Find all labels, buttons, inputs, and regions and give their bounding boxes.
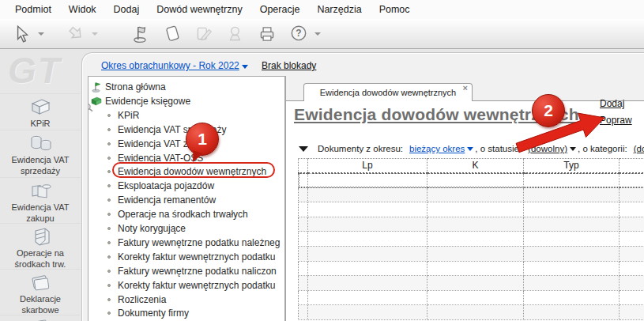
send-button[interactable] [60, 21, 92, 47]
tree-item-ewidencja-remanentow[interactable]: Ewidencja remanentów [89, 193, 285, 207]
tab-ewidencja-dowodow-wewnetrznych[interactable]: Ewidencja dowodów wewnętrznych × [303, 83, 473, 102]
toolbar: ? [0, 19, 644, 49]
tree-item-faktury-wewnetrzne-naleznego[interactable]: Faktury wewnętrzne podatku należneg [89, 236, 285, 250]
sidebar-item-partial[interactable] [0, 315, 81, 321]
dodaj-link[interactable]: Dodaj [600, 98, 632, 109]
page-title-label: Ewidencja dowodów wewnętrznych [294, 105, 579, 123]
tree-item-label: Ewidencja remanentów [118, 194, 216, 206]
tree-item-ewidencja-vat-sprzedazy[interactable]: Ewidencja VAT sprzedaży [89, 123, 285, 137]
table-row[interactable] [299, 246, 644, 261]
tree-item-korekty-faktur-naleznego[interactable]: Korekty faktur wewnętrznych podatku [89, 250, 285, 264]
menu-bar: Podmiot Widok Dodaj Dowód wewnętrzny Ope… [0, 0, 644, 19]
period-caret-icon [242, 65, 248, 69]
sidebar-label: Ewidencja VAT [0, 202, 81, 212]
tree-item-label: Operacje na środkach trwałych [118, 209, 248, 220]
tree-item-label: Dokumenty firmy [118, 308, 189, 319]
column-header-marker[interactable] [299, 159, 308, 173]
home-flag-icon [91, 81, 102, 93]
menu-pomoc[interactable]: Pomoc [371, 0, 419, 19]
svg-text:?: ? [296, 28, 301, 39]
menu-dodaj[interactable]: Dodaj [105, 0, 149, 19]
sidebar-item-kpir[interactable]: KPiR [0, 93, 81, 128]
panel-pin-icon[interactable] [88, 102, 95, 115]
vat-sales-coins-icon [26, 133, 55, 153]
tree-item-strona-glowna[interactable]: Strona główna [89, 80, 285, 94]
period-filter-value[interactable]: bieżący okres [409, 144, 465, 153]
send-caret-icon[interactable] [92, 32, 98, 36]
period-filter-caret-icon[interactable] [467, 147, 473, 151]
tax-declarations-docs-icon [26, 272, 55, 293]
tree-item-eksploatacja-pojazdow[interactable]: Eksploatacja pojazdów [89, 179, 285, 193]
filter-row: Dokumenty z okresu: bieżący okres , o st… [299, 144, 644, 153]
table-row[interactable] [299, 276, 644, 291]
filter-dropdown-icon[interactable] [299, 146, 308, 152]
bullet-icon [107, 312, 111, 315]
sidebar-item-ewidencja-vat-sprzedazy[interactable]: Ewidencja VAT sprzedaży [0, 130, 81, 176]
table-row[interactable] [299, 261, 644, 276]
new-document-button[interactable] [156, 21, 188, 47]
menu-widok[interactable]: Widok [60, 0, 105, 19]
bullet-icon [107, 255, 111, 259]
column-header-lp[interactable]: Lp [308, 159, 427, 173]
menu-podmiot[interactable]: Podmiot [6, 0, 60, 19]
column-header-typ[interactable]: Typ [524, 159, 620, 173]
tree-item-rozliczenia[interactable]: Rozliczenia [89, 293, 285, 307]
bullet-icon [107, 298, 111, 301]
popraw-link[interactable]: Popraw [600, 115, 632, 126]
tree-item-ewidencja-vat-zakupu[interactable]: Ewidencja VAT zakupu [89, 137, 285, 151]
table-row[interactable] [299, 187, 644, 202]
status-filter-caret-icon[interactable] [570, 147, 576, 151]
edit-button[interactable] [188, 21, 220, 47]
sidebar-label: zakupu [0, 213, 81, 223]
tree-item-operacje-na-srodkach-trwalych[interactable]: Operacje na środkach trwałych [89, 207, 285, 221]
column-header-extra[interactable] [620, 159, 644, 173]
sidebar-item-ewidencja-vat-zakupu[interactable]: Ewidencja VAT zakupu [0, 177, 81, 223]
status-filter-value[interactable]: (dowolny) [528, 144, 567, 153]
bullet-icon [107, 128, 111, 131]
tree-item-korekty-faktur-naliczonego[interactable]: Korekty faktur wewnętrznych podatku [89, 278, 285, 293]
print-button[interactable] [251, 21, 283, 47]
tree-item-label: Ewidencja VAT zakupu [118, 138, 213, 149]
tree-item-label: Strona główna [105, 81, 166, 93]
flag-button[interactable] [125, 21, 156, 47]
partial-bottom-icon [26, 318, 55, 321]
tree-item-dokumenty-firmy[interactable]: Dokumenty firmy [89, 306, 285, 320]
tree-item-noty-korygujace[interactable]: Noty korygujące [89, 221, 285, 236]
tree-item-kpir[interactable]: KPiR [89, 108, 285, 123]
tab-close-icon[interactable]: × [463, 83, 468, 93]
tree-item-label: Ewidencja VAT-OSS [118, 153, 203, 164]
table-row[interactable] [299, 217, 644, 232]
menu-narzedzia[interactable]: Narzędzia [308, 0, 370, 19]
title-dropdown-icon[interactable] [583, 115, 591, 120]
page-title[interactable]: Ewidencja dowodów wewnętrznych [294, 105, 591, 124]
tree-item-faktury-wewnetrzne-naliczonego[interactable]: Faktury wewnętrzne podatku naliczon [89, 264, 285, 278]
tree-item-label: Faktury wewnętrzne podatku należneg [118, 237, 280, 248]
shortcut-sidebar: GT KPiR Ewidencja VAT sprzedaży [0, 49, 81, 321]
select-button[interactable] [6, 21, 38, 47]
tree-item-ewidencja-vat-oss[interactable]: Ewidencja VAT-OSS [89, 151, 285, 165]
sidebar-item-deklaracje-skarbowe[interactable]: Deklaracje skarbowe [0, 269, 81, 315]
menu-operacje[interactable]: Operacje [251, 0, 309, 19]
table-row[interactable] [299, 290, 644, 305]
menu-dowod-wewnetrzny[interactable]: Dowód wewnętrzny [148, 0, 250, 19]
sidebar-item-operacje-na-srodkach[interactable]: Operacje na środkach trw. [0, 223, 81, 269]
tree-item-label: Korekty faktur wewnętrznych podatku [118, 280, 275, 291]
table-row[interactable] [299, 305, 644, 320]
column-header-k[interactable]: K [427, 159, 524, 173]
help-button[interactable]: ? [283, 21, 314, 47]
accounting-period-link[interactable]: Okres obrachunkowy - Rok 2022 [101, 60, 248, 71]
table-row[interactable] [299, 173, 644, 188]
select-caret-icon[interactable] [38, 32, 44, 36]
help-icon: ? [288, 24, 309, 44]
table-header-row: Lp K Typ [299, 159, 644, 173]
content-panel: Ewidencja dowodów wewnętrznych × Ewidenc… [285, 76, 644, 321]
stamp-button[interactable] [220, 21, 251, 47]
table-row[interactable] [299, 232, 644, 247]
category-filter-value[interactable]: (dowolna) [634, 144, 644, 153]
help-caret-icon[interactable] [314, 32, 321, 36]
table-row[interactable] [299, 202, 644, 217]
tree-item-ewidencje-ksiegowe[interactable]: Ewidencje księgowe [89, 94, 285, 108]
tree-item-ewidencja-dowodow-wewnetrznych[interactable]: Ewidencja dowodów wewnętrznych [89, 164, 285, 179]
bullet-icon [107, 241, 111, 244]
lock-status-link[interactable]: Brak blokady [262, 60, 316, 71]
